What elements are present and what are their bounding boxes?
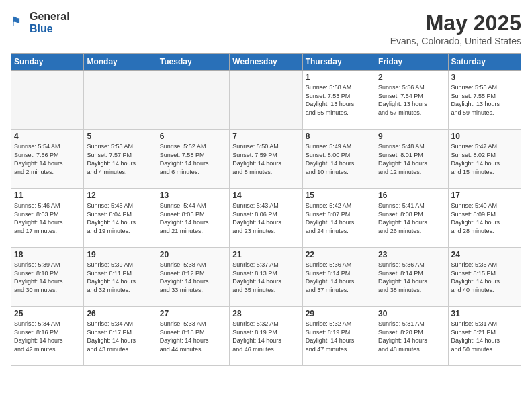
day-info: Sunrise: 5:31 AM Sunset: 8:20 PM Dayligh… xyxy=(378,320,445,353)
calendar-body: 1Sunrise: 5:58 AM Sunset: 7:53 PM Daylig… xyxy=(11,71,521,366)
day-number: 4 xyxy=(14,132,81,141)
calendar-cell: 23Sunrise: 5:36 AM Sunset: 8:14 PM Dayli… xyxy=(375,248,448,307)
calendar-cell: 6Sunrise: 5:52 AM Sunset: 7:58 PM Daylig… xyxy=(157,130,229,189)
day-info: Sunrise: 5:37 AM Sunset: 8:13 PM Dayligh… xyxy=(232,261,299,294)
day-number: 28 xyxy=(232,309,299,318)
day-info: Sunrise: 5:54 AM Sunset: 7:56 PM Dayligh… xyxy=(14,142,81,176)
calendar-cell: 16Sunrise: 5:41 AM Sunset: 8:08 PM Dayli… xyxy=(375,189,448,248)
day-info: Sunrise: 5:34 AM Sunset: 8:17 PM Dayligh… xyxy=(87,320,153,353)
day-info: Sunrise: 5:39 AM Sunset: 8:10 PM Dayligh… xyxy=(14,261,81,294)
calendar-cell: 10Sunrise: 5:47 AM Sunset: 8:02 PM Dayli… xyxy=(448,130,521,189)
day-info: Sunrise: 5:43 AM Sunset: 8:06 PM Dayligh… xyxy=(232,201,299,235)
day-info: Sunrise: 5:35 AM Sunset: 8:15 PM Dayligh… xyxy=(451,261,518,294)
day-info: Sunrise: 5:36 AM Sunset: 8:14 PM Dayligh… xyxy=(378,261,445,294)
day-info: Sunrise: 5:50 AM Sunset: 7:59 PM Dayligh… xyxy=(232,142,299,176)
calendar-cell: 15Sunrise: 5:42 AM Sunset: 8:07 PM Dayli… xyxy=(302,189,375,248)
page-header: ⚑ General Blue May 2025 Evans, Colorado,… xyxy=(11,11,521,46)
calendar-cell: 20Sunrise: 5:38 AM Sunset: 8:12 PM Dayli… xyxy=(157,248,229,307)
logo-icon: ⚑ xyxy=(11,15,27,31)
day-number: 9 xyxy=(378,132,445,141)
day-number: 25 xyxy=(14,309,81,318)
day-info: Sunrise: 5:36 AM Sunset: 8:14 PM Dayligh… xyxy=(306,261,372,294)
calendar-cell: 30Sunrise: 5:31 AM Sunset: 8:20 PM Dayli… xyxy=(375,307,448,366)
calendar-cell xyxy=(157,71,229,130)
day-number: 19 xyxy=(87,250,153,259)
header-saturday: Saturday xyxy=(448,54,521,71)
day-number: 18 xyxy=(14,250,81,259)
day-number: 23 xyxy=(378,250,445,259)
calendar-cell: 11Sunrise: 5:46 AM Sunset: 8:03 PM Dayli… xyxy=(11,189,84,248)
day-info: Sunrise: 5:49 AM Sunset: 8:00 PM Dayligh… xyxy=(306,142,372,176)
calendar-cell: 7Sunrise: 5:50 AM Sunset: 7:59 PM Daylig… xyxy=(230,130,302,189)
day-number: 30 xyxy=(378,309,445,318)
day-number: 5 xyxy=(87,132,153,141)
header-sunday: Sunday xyxy=(11,54,84,71)
day-info: Sunrise: 5:34 AM Sunset: 8:16 PM Dayligh… xyxy=(14,320,81,353)
day-number: 29 xyxy=(306,309,372,318)
day-info: Sunrise: 5:32 AM Sunset: 8:19 PM Dayligh… xyxy=(232,320,299,353)
calendar-week-4: 18Sunrise: 5:39 AM Sunset: 8:10 PM Dayli… xyxy=(11,248,521,307)
day-info: Sunrise: 5:39 AM Sunset: 8:11 PM Dayligh… xyxy=(87,261,153,294)
logo-general: General xyxy=(30,11,70,22)
calendar-week-2: 4Sunrise: 5:54 AM Sunset: 7:56 PM Daylig… xyxy=(11,130,521,189)
day-number: 21 xyxy=(232,250,299,259)
calendar-subtitle: Evans, Colorado, United States xyxy=(390,36,521,46)
calendar-cell: 14Sunrise: 5:43 AM Sunset: 8:06 PM Dayli… xyxy=(230,189,302,248)
day-number: 24 xyxy=(451,250,518,259)
calendar-cell: 25Sunrise: 5:34 AM Sunset: 8:16 PM Dayli… xyxy=(11,307,84,366)
calendar-week-5: 25Sunrise: 5:34 AM Sunset: 8:16 PM Dayli… xyxy=(11,307,521,366)
day-number: 13 xyxy=(160,191,226,200)
calendar-cell: 21Sunrise: 5:37 AM Sunset: 8:13 PM Dayli… xyxy=(230,248,302,307)
header-wednesday: Wednesday xyxy=(230,54,302,71)
day-info: Sunrise: 5:38 AM Sunset: 8:12 PM Dayligh… xyxy=(160,261,226,294)
calendar-cell: 8Sunrise: 5:49 AM Sunset: 8:00 PM Daylig… xyxy=(302,130,375,189)
day-number: 2 xyxy=(378,73,445,82)
title-block: May 2025 Evans, Colorado, United States xyxy=(390,11,521,46)
day-number: 8 xyxy=(306,132,372,141)
calendar-cell: 26Sunrise: 5:34 AM Sunset: 8:17 PM Dayli… xyxy=(84,307,157,366)
calendar-cell: 3Sunrise: 5:55 AM Sunset: 7:55 PM Daylig… xyxy=(448,71,521,130)
header-friday: Friday xyxy=(375,54,448,71)
day-info: Sunrise: 5:47 AM Sunset: 8:02 PM Dayligh… xyxy=(451,142,518,176)
svg-text:⚑: ⚑ xyxy=(11,15,21,28)
day-number: 7 xyxy=(232,132,299,141)
calendar-cell: 9Sunrise: 5:48 AM Sunset: 8:01 PM Daylig… xyxy=(375,130,448,189)
day-number: 26 xyxy=(87,309,153,318)
day-info: Sunrise: 5:48 AM Sunset: 8:01 PM Dayligh… xyxy=(378,142,445,176)
day-number: 15 xyxy=(306,191,372,200)
day-info: Sunrise: 5:32 AM Sunset: 8:19 PM Dayligh… xyxy=(306,320,372,353)
calendar-cell: 22Sunrise: 5:36 AM Sunset: 8:14 PM Dayli… xyxy=(302,248,375,307)
calendar-cell: 19Sunrise: 5:39 AM Sunset: 8:11 PM Dayli… xyxy=(84,248,157,307)
day-number: 22 xyxy=(306,250,372,259)
calendar-week-3: 11Sunrise: 5:46 AM Sunset: 8:03 PM Dayli… xyxy=(11,189,521,248)
calendar-cell: 24Sunrise: 5:35 AM Sunset: 8:15 PM Dayli… xyxy=(448,248,521,307)
day-number: 11 xyxy=(14,191,81,200)
day-info: Sunrise: 5:40 AM Sunset: 8:09 PM Dayligh… xyxy=(451,201,518,235)
day-number: 14 xyxy=(232,191,299,200)
day-info: Sunrise: 5:53 AM Sunset: 7:57 PM Dayligh… xyxy=(87,142,153,176)
day-info: Sunrise: 5:46 AM Sunset: 8:03 PM Dayligh… xyxy=(14,201,81,235)
calendar-cell: 17Sunrise: 5:40 AM Sunset: 8:09 PM Dayli… xyxy=(448,189,521,248)
day-number: 16 xyxy=(378,191,445,200)
day-number: 3 xyxy=(451,73,518,82)
day-number: 1 xyxy=(306,73,372,82)
day-number: 20 xyxy=(160,250,226,259)
day-info: Sunrise: 5:52 AM Sunset: 7:58 PM Dayligh… xyxy=(160,142,226,176)
calendar-cell: 5Sunrise: 5:53 AM Sunset: 7:57 PM Daylig… xyxy=(84,130,157,189)
day-info: Sunrise: 5:41 AM Sunset: 8:08 PM Dayligh… xyxy=(378,201,445,235)
calendar-cell: 2Sunrise: 5:56 AM Sunset: 7:54 PM Daylig… xyxy=(375,71,448,130)
day-number: 31 xyxy=(451,309,518,318)
day-info: Sunrise: 5:42 AM Sunset: 8:07 PM Dayligh… xyxy=(306,201,372,235)
calendar-cell: 18Sunrise: 5:39 AM Sunset: 8:10 PM Dayli… xyxy=(11,248,84,307)
calendar-cell xyxy=(230,71,302,130)
calendar-cell: 28Sunrise: 5:32 AM Sunset: 8:19 PM Dayli… xyxy=(230,307,302,366)
calendar-title: May 2025 xyxy=(390,11,521,36)
header-thursday: Thursday xyxy=(302,54,375,71)
day-number: 27 xyxy=(160,309,226,318)
header-tuesday: Tuesday xyxy=(157,54,229,71)
calendar-cell xyxy=(11,71,84,130)
day-info: Sunrise: 5:45 AM Sunset: 8:04 PM Dayligh… xyxy=(87,201,153,235)
calendar-cell xyxy=(84,71,157,130)
day-info: Sunrise: 5:58 AM Sunset: 7:53 PM Dayligh… xyxy=(306,83,372,117)
day-number: 17 xyxy=(451,191,518,200)
